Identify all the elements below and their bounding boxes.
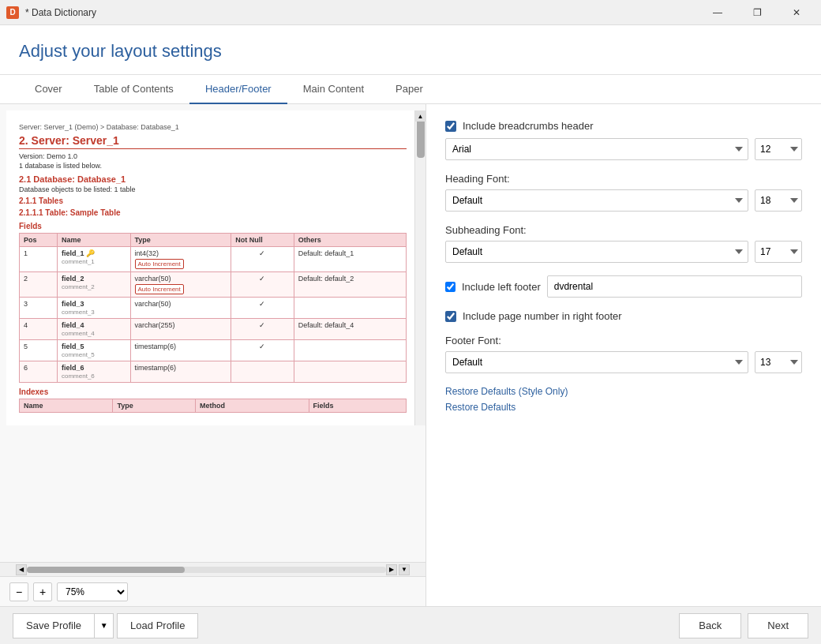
preview-tables-label: 2.1.1 Tables bbox=[19, 197, 407, 205]
preview-scroll[interactable]: Server: Server_1 (Demo) > Database: Data… bbox=[0, 104, 425, 562]
heading-font-select[interactable]: DefaultArialTimes New RomanCourier New bbox=[445, 189, 748, 212]
col-others: Others bbox=[294, 234, 406, 247]
save-profile-button[interactable]: Save Profile bbox=[13, 613, 95, 638]
table-row: 4field_4comment_4varchar(255)✓Default: d… bbox=[20, 319, 407, 340]
window-title: * Data Dictionary bbox=[25, 7, 699, 18]
preview-table: Pos Name Type Not Null Others 1field_1 🔑… bbox=[19, 233, 407, 383]
footer-font-row: DefaultArialTimes New RomanCourier New 1… bbox=[445, 351, 802, 373]
breadcrumb-size-select[interactable]: 10111213141618 bbox=[755, 138, 802, 160]
breadcrumb-checkbox-row: Include breadcrumbs header bbox=[445, 120, 802, 132]
tab-maincontent[interactable]: Main Content bbox=[287, 75, 380, 104]
left-footer-label: Include left footer bbox=[462, 281, 541, 293]
subheading-font-label: Subheading Font: bbox=[445, 224, 802, 236]
save-profile-dropdown-button[interactable]: ▼ bbox=[95, 613, 114, 638]
idx-col-method: Method bbox=[196, 399, 309, 413]
indexes-table: Name Type Method Fields bbox=[19, 399, 407, 413]
col-type: Type bbox=[130, 234, 231, 247]
tab-headerfooter[interactable]: Header/Footer bbox=[189, 75, 287, 104]
page-number-row: Include page number in right footer bbox=[445, 310, 802, 322]
preview-fields-label: Fields bbox=[19, 222, 407, 230]
preview-table-title: 2.1.1.1 Table: Sample Table bbox=[19, 208, 407, 217]
footer-font-setting: Footer Font: DefaultArialTimes New Roman… bbox=[445, 335, 802, 373]
preview-db-objects: Database objects to be listed: 1 table bbox=[19, 185, 407, 193]
table-row: 3field_3comment_3varchar(50)✓ bbox=[20, 298, 407, 319]
col-pos: Pos bbox=[20, 234, 58, 247]
subheading-font-setting: Subheading Font: DefaultArialTimes New R… bbox=[445, 224, 802, 263]
table-row: 1field_1 🔑comment_1int4(32)Auto Incremen… bbox=[20, 247, 407, 272]
breadcrumb-font-row: ArialDefaultTimes New RomanCourier New 1… bbox=[445, 138, 802, 160]
preview-breadcrumb: Server: Server_1 (Demo) > Database: Data… bbox=[19, 123, 407, 131]
preview-db-count: 1 database is listed below. bbox=[19, 162, 407, 170]
left-footer-setting: Include left footer bbox=[445, 275, 802, 298]
idx-col-name: Name bbox=[20, 399, 113, 413]
table-row: 5field_5comment_5timestamp(6)✓ bbox=[20, 340, 407, 361]
close-button[interactable]: ✕ bbox=[778, 0, 815, 25]
bottom-right: Back Next bbox=[679, 613, 808, 638]
zoom-bar: − + 50%75%100%125%150% bbox=[0, 576, 425, 606]
vertical-scrollbar[interactable] bbox=[414, 110, 425, 425]
preview-indexes-label: Indexes bbox=[19, 388, 407, 396]
subheading-font-row: DefaultArialTimes New RomanCourier New 1… bbox=[445, 241, 802, 263]
titlebar: D * Data Dictionary — ❐ ✕ bbox=[0, 0, 821, 25]
page-title: Adjust your layout settings bbox=[0, 25, 821, 75]
window-controls: — ❐ ✕ bbox=[699, 0, 815, 25]
zoom-in-button[interactable]: + bbox=[33, 582, 52, 601]
breadcrumb-label: Include breadcrumbs header bbox=[463, 120, 594, 132]
restore-style-link[interactable]: Restore Defaults (Style Only) bbox=[445, 386, 802, 397]
back-button[interactable]: Back bbox=[679, 613, 741, 638]
restore-all-link[interactable]: Restore Defaults bbox=[445, 402, 802, 413]
heading-font-setting: Heading Font: DefaultArialTimes New Roma… bbox=[445, 173, 802, 212]
breadcrumb-font-select[interactable]: ArialDefaultTimes New RomanCourier New bbox=[445, 138, 748, 160]
tab-paper[interactable]: Paper bbox=[380, 75, 439, 104]
footer-font-label: Footer Font: bbox=[445, 335, 802, 346]
col-name: Name bbox=[58, 234, 131, 247]
table-row: 6field_6comment_6timestamp(6) bbox=[20, 361, 407, 383]
footer-font-select[interactable]: DefaultArialTimes New RomanCourier New bbox=[445, 351, 748, 373]
scroll-up-btn[interactable]: ▲ bbox=[414, 110, 425, 122]
settings-panel: Include breadcrumbs header ArialDefaultT… bbox=[426, 104, 821, 606]
idx-col-fields: Fields bbox=[309, 399, 407, 413]
zoom-out-button[interactable]: − bbox=[9, 582, 28, 601]
preview-section-title: 2. Server: Server_1 bbox=[19, 134, 407, 149]
bottom-left: Save Profile ▼ Load Profile bbox=[13, 613, 198, 638]
h-scroll-track[interactable] bbox=[27, 567, 386, 573]
subheading-font-select[interactable]: DefaultArialTimes New RomanCourier New bbox=[445, 241, 748, 263]
scrollbar-thumb bbox=[417, 118, 425, 158]
next-button[interactable]: Next bbox=[748, 613, 808, 638]
left-footer-checkbox[interactable] bbox=[445, 282, 455, 292]
page-number-label: Include page number in right footer bbox=[463, 310, 622, 322]
preview-panel: Server: Server_1 (Demo) > Database: Data… bbox=[0, 104, 426, 606]
left-footer-input[interactable] bbox=[547, 275, 802, 298]
tab-toc[interactable]: Table of Contents bbox=[78, 75, 189, 104]
breadcrumb-checkbox[interactable] bbox=[445, 121, 456, 132]
corner-btn[interactable]: ▼ bbox=[399, 564, 410, 575]
maximize-button[interactable]: ❐ bbox=[739, 0, 775, 25]
h-scroll-right-btn[interactable]: ▶ bbox=[386, 564, 397, 575]
page-number-checkbox[interactable] bbox=[445, 311, 456, 322]
preview-version: Version: Demo 1.0 bbox=[19, 152, 407, 160]
preview-inner: Server: Server_1 (Demo) > Database: Data… bbox=[6, 110, 419, 425]
heading-font-row: DefaultArialTimes New RomanCourier New 1… bbox=[445, 189, 802, 212]
h-scroll-thumb bbox=[27, 567, 185, 573]
idx-col-type: Type bbox=[113, 399, 196, 413]
col-notnull: Not Null bbox=[231, 234, 294, 247]
heading-font-label: Heading Font: bbox=[445, 173, 802, 185]
minimize-button[interactable]: — bbox=[699, 0, 736, 25]
bottom-bar: Save Profile ▼ Load Profile Back Next bbox=[0, 606, 821, 644]
breadcrumb-header-setting: Include breadcrumbs header ArialDefaultT… bbox=[445, 120, 802, 160]
app-icon: D bbox=[6, 6, 19, 19]
h-scroll-left-btn[interactable]: ◀ bbox=[16, 564, 27, 575]
zoom-select[interactable]: 50%75%100%125%150% bbox=[57, 582, 128, 601]
tab-cover[interactable]: Cover bbox=[19, 75, 78, 104]
load-profile-button[interactable]: Load Profile bbox=[117, 613, 198, 638]
heading-size-select[interactable]: 1416182022 bbox=[755, 189, 802, 212]
tabs-bar: Cover Table of Contents Header/Footer Ma… bbox=[0, 75, 821, 104]
preview-db-title: 2.1 Database: Database_1 bbox=[19, 174, 407, 184]
footer-size-select[interactable]: 1011121314 bbox=[755, 351, 802, 373]
main-content: Adjust your layout settings Cover Table … bbox=[0, 25, 821, 606]
restore-section: Restore Defaults (Style Only) Restore De… bbox=[445, 386, 802, 413]
content-area: Server: Server_1 (Demo) > Database: Data… bbox=[0, 104, 821, 606]
table-row: 2field_2comment_2varchar(50)Auto Increme… bbox=[20, 272, 407, 298]
h-scroll-bar: ◀ ▶ ▼ bbox=[0, 562, 425, 576]
subheading-size-select[interactable]: 131415161718 bbox=[755, 241, 802, 263]
